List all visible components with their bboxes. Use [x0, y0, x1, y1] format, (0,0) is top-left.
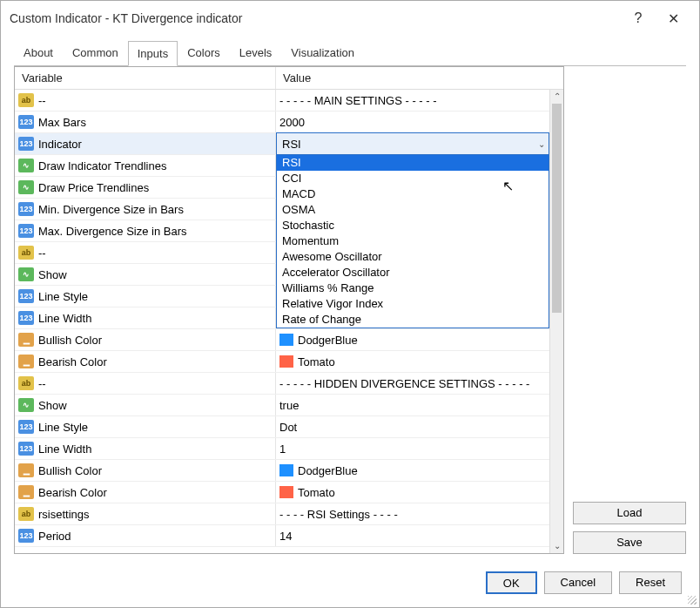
dialog-window: Custom Indicator - KT Divergence indicat…: [0, 0, 700, 608]
tab-visualization[interactable]: Visualization: [281, 40, 364, 65]
cell-variable: 123Line Width: [15, 307, 276, 328]
cell-value[interactable]: - - - - - HIDDEN DIVERGENCE SETTINGS - -…: [276, 373, 563, 394]
cell-value[interactable]: 14: [276, 525, 563, 546]
dropdown-item[interactable]: Relative Vigor Index: [277, 296, 549, 312]
cell-variable: 123Period: [15, 525, 276, 546]
dropdown-item[interactable]: Stochastic: [277, 218, 549, 233]
ab-type-icon: ab: [18, 246, 34, 260]
cell-value[interactable]: 1: [276, 438, 563, 459]
cancel-button[interactable]: Cancel: [544, 571, 612, 594]
cell-variable: ▁Bullish Color: [15, 329, 276, 350]
zig-type-icon: ∿: [18, 267, 34, 281]
tab-about[interactable]: About: [14, 40, 63, 65]
col-header-variable[interactable]: Variable: [15, 67, 276, 89]
variable-label: --: [38, 94, 46, 107]
variable-label: Line Style: [38, 290, 88, 303]
table-row[interactable]: ▁Bullish ColorDodgerBlue: [15, 329, 563, 351]
dropdown-item[interactable]: OSMA: [277, 202, 549, 218]
scrollbar-thumb[interactable]: [552, 104, 562, 313]
123-type-icon: 123: [18, 529, 34, 543]
chevron-down-icon: ⌄: [538, 139, 545, 149]
indicator-dropdown[interactable]: RSI ⌄ RSICCIMACDOSMAStochasticMomentumAw…: [276, 132, 549, 328]
tab-colors[interactable]: Colors: [178, 40, 230, 65]
ab-type-icon: ab: [18, 507, 34, 521]
cell-value[interactable]: DodgerBlue: [276, 329, 563, 350]
variable-label: Min. Divergence Size in Bars: [38, 203, 184, 216]
cell-value[interactable]: DodgerBlue: [276, 460, 563, 481]
scroll-up-icon[interactable]: ⌃: [550, 90, 563, 104]
table-row[interactable]: 123Max Bars2000: [15, 111, 563, 133]
value-text: Tomato: [298, 486, 335, 499]
variable-label: Period: [38, 530, 71, 543]
123-type-icon: 123: [18, 289, 34, 303]
variable-label: Show: [38, 399, 67, 412]
dropdown-item[interactable]: Accelerator Oscillator: [277, 265, 549, 280]
tab-levels[interactable]: Levels: [230, 40, 282, 65]
ok-button[interactable]: OK: [486, 571, 537, 594]
resize-grip-icon[interactable]: [686, 594, 697, 605]
cell-value[interactable]: - - - - - MAIN SETTINGS - - - - -: [276, 90, 563, 111]
dropdown-item[interactable]: MACD: [277, 186, 549, 202]
col-type-icon: ▁: [18, 355, 34, 368]
content-area: Variable Value ab--- - - - - MAIN SETTIN…: [14, 65, 686, 554]
dropdown-item[interactable]: Momentum: [277, 233, 549, 249]
value-text: DodgerBlue: [298, 334, 358, 347]
tab-bar: AboutCommonInputsColorsLevelsVisualizati…: [1, 36, 699, 65]
123-type-icon: 123: [18, 224, 34, 238]
cell-value[interactable]: 2000: [276, 111, 563, 132]
123-type-icon: 123: [18, 137, 34, 151]
load-button[interactable]: Load: [573, 502, 686, 524]
table-row[interactable]: ab--- - - - - HIDDEN DIVERGENCE SETTINGS…: [15, 373, 563, 395]
cell-variable: ∿Draw Price Trendlines: [15, 177, 276, 198]
tab-inputs[interactable]: Inputs: [128, 41, 178, 66]
table-row[interactable]: 123Period14: [15, 525, 563, 547]
dropdown-item[interactable]: Rate of Change: [277, 312, 549, 328]
cell-value[interactable]: Tomato: [276, 351, 563, 372]
cell-variable: ∿Show: [15, 395, 276, 415]
dropdown-selected[interactable]: RSI ⌄: [277, 133, 549, 154]
col-header-value[interactable]: Value: [276, 67, 563, 89]
table-row[interactable]: 123Line StyleDot: [15, 416, 563, 438]
reset-button[interactable]: Reset: [619, 571, 682, 594]
tab-common[interactable]: Common: [63, 40, 128, 65]
help-icon[interactable]: ?: [621, 10, 656, 26]
dropdown-item[interactable]: CCI: [277, 171, 549, 186]
table-row[interactable]: ▁Bullish ColorDodgerBlue: [15, 460, 563, 482]
cell-variable: ab--: [15, 242, 276, 263]
cell-value[interactable]: true: [276, 395, 563, 415]
titlebar: Custom Indicator - KT Divergence indicat…: [1, 1, 699, 36]
ab-type-icon: ab: [18, 376, 34, 390]
table-row[interactable]: ▁Bearish ColorTomato: [15, 351, 563, 373]
cell-value[interactable]: - - - - RSI Settings - - - -: [276, 503, 563, 524]
variable-label: Show: [38, 268, 67, 281]
save-button[interactable]: Save: [573, 531, 686, 554]
variable-label: Max Bars: [38, 116, 86, 129]
value-text: - - - - - MAIN SETTINGS - - - - -: [279, 94, 437, 107]
table-row[interactable]: ▁Bearish ColorTomato: [15, 482, 563, 503]
table-row[interactable]: ∿Showtrue: [15, 395, 563, 416]
variable-label: Line Width: [38, 442, 91, 456]
scroll-down-icon[interactable]: ⌄: [550, 539, 563, 553]
dropdown-item[interactable]: Awesome Oscillator: [277, 249, 549, 265]
123-type-icon: 123: [18, 115, 34, 129]
close-icon[interactable]: ✕: [656, 10, 690, 27]
properties-table: Variable Value ab--- - - - - MAIN SETTIN…: [14, 66, 564, 554]
table-row[interactable]: ab--- - - - - MAIN SETTINGS - - - - -: [15, 90, 563, 111]
vertical-scrollbar[interactable]: ⌃ ⌄: [549, 90, 563, 553]
variable-label: Bullish Color: [38, 334, 102, 347]
variable-label: Draw Indicator Trendlines: [38, 159, 166, 172]
cell-value[interactable]: Dot: [276, 416, 563, 437]
123-type-icon: 123: [18, 311, 34, 325]
123-type-icon: 123: [18, 202, 34, 216]
cell-variable: 123Max Bars: [15, 111, 276, 132]
dropdown-item[interactable]: Williams % Range: [277, 280, 549, 296]
cell-variable: ∿Draw Indicator Trendlines: [15, 155, 276, 176]
dropdown-item[interactable]: RSI: [277, 155, 549, 171]
table-row[interactable]: abrsisettings- - - - RSI Settings - - - …: [15, 503, 563, 525]
cell-value[interactable]: Tomato: [276, 482, 563, 503]
cell-variable: ∿Show: [15, 264, 276, 285]
123-type-icon: 123: [18, 420, 34, 434]
cell-variable: 123Line Style: [15, 416, 276, 437]
table-row[interactable]: 123Line Width1: [15, 438, 563, 460]
color-swatch: [279, 334, 293, 346]
